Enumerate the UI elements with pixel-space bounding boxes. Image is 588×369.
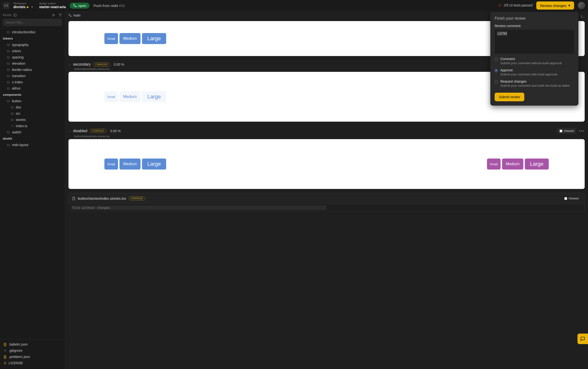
workspace-selector[interactable]: Workspace divriots ◆ ▼ xyxy=(13,2,33,9)
tree-item-stories[interactable]: stories xyxy=(0,117,65,123)
caret-down-icon: ▾ xyxy=(568,3,570,8)
truncated-text: i... xyxy=(581,14,585,18)
folder-icon xyxy=(7,131,10,133)
file-prettierrc[interactable]: {}.prettierrc.json xyxy=(0,354,65,360)
review-changes-button[interactable]: Review changes ▾ xyxy=(536,1,574,10)
diamond-icon: ◆ xyxy=(27,6,29,9)
review-popup: Finish your review Review comment: LGTM … xyxy=(490,12,578,106)
tree-item-doc[interactable]: doc xyxy=(0,104,65,110)
radio-label: Comment xyxy=(500,57,574,61)
tree-item-label: introduction/doc xyxy=(12,30,36,34)
folder-icon xyxy=(7,56,10,59)
btn-medium[interactable]: Medium xyxy=(120,159,141,170)
license-icon: ⚖ xyxy=(3,361,7,365)
files-label: FILES xyxy=(3,14,11,17)
folder-icon xyxy=(7,144,10,146)
code-diff-empty: File without changes xyxy=(69,204,585,212)
submit-review-button[interactable]: Submit review xyxy=(495,93,524,101)
tree-item-button[interactable]: button xyxy=(0,98,65,104)
tree-item-label: switch xyxy=(12,130,21,134)
viewed-toggle[interactable]: Viewed xyxy=(557,128,576,134)
tree-item-label: mdx-layout xyxy=(12,143,28,147)
preview-card-disabled: Small Medium Large Small Medium Large xyxy=(69,139,585,189)
svg-point-1 xyxy=(73,4,74,5)
tree-item-border-radius[interactable]: border-radius xyxy=(0,67,65,73)
story-title: disabled xyxy=(73,129,87,133)
btn-small[interactable]: Small xyxy=(487,159,501,170)
folder-icon xyxy=(7,87,10,90)
btn-large[interactable]: Large xyxy=(525,159,549,170)
comment-value: LGTM xyxy=(497,31,507,36)
tree-item-label: src xyxy=(16,112,20,115)
tree-item-src[interactable]: src xyxy=(0,110,65,117)
svg-point-8 xyxy=(69,14,70,15)
more-menu[interactable]: ••• xyxy=(579,129,585,133)
ds-label: design system xyxy=(39,2,66,5)
tree-item-mdx-layout[interactable]: mdx-layout xyxy=(0,142,65,148)
tree-item-spacing[interactable]: spacing xyxy=(0,54,65,60)
tree-item-introduction[interactable]: introduction/doc xyxy=(0,29,65,35)
file-license[interactable]: ⚖LICENSE xyxy=(0,360,65,366)
radio-icon xyxy=(495,69,498,72)
tree-item-elevation[interactable]: elevation xyxy=(0,60,65,67)
file-tree: introduction/doc tokens typography color… xyxy=(0,28,65,339)
tree-icon[interactable] xyxy=(52,13,55,17)
folder-icon xyxy=(7,74,10,77)
chevron-down-icon[interactable]: ⌄ xyxy=(69,63,71,66)
story-path: button/stories/index.stories.tsx xyxy=(65,135,588,138)
file-babelrc[interactable]: {}.babelrc.json xyxy=(0,341,65,348)
filter-icon[interactable] xyxy=(59,13,62,17)
chevron-down-icon[interactable]: ⌄ xyxy=(69,129,71,133)
btn-medium[interactable]: Medium xyxy=(120,33,141,44)
btn-large[interactable]: Large xyxy=(142,33,166,44)
btn-large[interactable]: Large xyxy=(142,159,166,170)
fail-icon: ⓧ xyxy=(498,3,501,7)
tree-item-label: index.ts xyxy=(16,124,27,128)
file-gitignore[interactable]: ≡.gitignore xyxy=(0,348,65,354)
ts-icon: TS xyxy=(10,124,14,128)
radio-option-comment[interactable]: Comment Submit your comment without buil… xyxy=(495,57,574,65)
folder-icon xyxy=(7,43,10,46)
checkbox-icon xyxy=(559,130,562,133)
btn-medium[interactable]: Medium xyxy=(120,91,141,102)
tree-item-transition[interactable]: transition xyxy=(0,73,65,79)
radio-icon xyxy=(495,80,498,83)
tree-item-label: colors xyxy=(12,49,21,53)
workspace-name: divriots ◆ ▼ xyxy=(13,5,33,9)
chat-button[interactable] xyxy=(578,334,588,344)
tree-item-index-ts[interactable]: TSindex.ts xyxy=(0,123,65,129)
user-avatar[interactable] xyxy=(578,2,585,9)
app-logo[interactable] xyxy=(3,2,10,9)
viewed-toggle[interactable]: Viewed xyxy=(562,195,581,201)
review-comment-textarea[interactable]: LGTM xyxy=(495,30,574,54)
tree-item-z-index[interactable]: z-index xyxy=(0,79,65,85)
svg-marker-7 xyxy=(59,14,62,17)
branch-name: main xyxy=(73,13,81,17)
panel-icon[interactable] xyxy=(13,13,17,17)
radio-label: Approve xyxy=(500,68,574,72)
tree-item-switch[interactable]: switch xyxy=(0,129,65,135)
tree-item-typography[interactable]: typography xyxy=(0,42,65,48)
ds-name: starter-react-aria xyxy=(39,5,66,9)
btn-medium[interactable]: Medium xyxy=(502,159,523,170)
folder-icon xyxy=(10,112,14,115)
btn-large[interactable]: Large xyxy=(142,91,166,102)
tree-item-colors[interactable]: colors xyxy=(0,48,65,54)
checkbox-icon xyxy=(564,197,567,200)
radio-option-approve[interactable]: Approve Submit your comment with build a… xyxy=(495,68,574,76)
button-group-purple: Small Medium Large xyxy=(487,159,549,170)
btn-small[interactable]: Small xyxy=(104,159,118,170)
btn-small[interactable]: Small xyxy=(104,91,118,102)
tree-item-label: z-index xyxy=(12,80,23,84)
tree-item-all-src[interactable]: all/src xyxy=(0,85,65,92)
json-icon: {} xyxy=(3,355,7,359)
tree-item-label: doc xyxy=(16,105,21,109)
radio-option-request-changes[interactable]: Request changes Submit your comment and … xyxy=(495,80,574,87)
btn-small[interactable]: Small xyxy=(104,33,118,44)
search-input[interactable] xyxy=(3,19,62,26)
code-file-path: button/stories/index.stories.tsx xyxy=(78,196,126,200)
tree-item-label: .babelrc.json xyxy=(9,342,28,346)
folder-icon xyxy=(7,31,10,33)
radio-icon xyxy=(495,58,498,61)
svg-point-4 xyxy=(52,14,53,14)
